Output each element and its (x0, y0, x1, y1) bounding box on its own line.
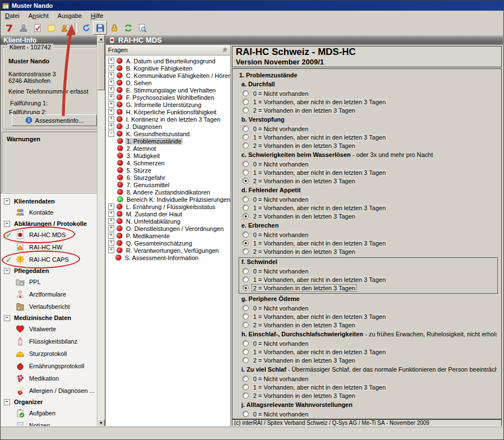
radio-button[interactable] (242, 313, 249, 319)
expand-icon[interactable]: + (108, 233, 114, 239)
option-label[interactable]: 2 = Vorhanden in den letzten 3 Tagen (252, 178, 356, 184)
sidebar-item-aufgaben[interactable]: Aufgaben (1, 407, 105, 419)
radio-button[interactable] (242, 107, 249, 113)
radio-button[interactable] (242, 142, 249, 149)
radio-button[interactable] (242, 126, 249, 132)
option-label[interactable]: 0 = Nicht vorhanden (252, 340, 310, 347)
tree-item-o-dienstleistungen-verordnungen[interactable]: +O. Dienstleistungen / Verordnungen (106, 225, 230, 232)
tree-item-p-medikamente[interactable]: +P. Medikamente (106, 232, 230, 239)
sidebar-scrollbar[interactable]: ▲ ▼ (97, 35, 105, 427)
radio-button[interactable] (242, 161, 249, 167)
sidebar-item-fl-ssigkeitsbilanz[interactable]: Flüssigkeitsbilanz (1, 335, 105, 348)
tree-item-6-sturzgefahr[interactable]: 6. Sturzgefahr (106, 174, 230, 181)
tree-item-b-kognitive-f-higkeiten[interactable]: +B. Kognitive Fähigkeiten (106, 64, 230, 72)
sidebar-item-verlaufsbericht[interactable]: Verlaufsbericht (1, 300, 105, 313)
radio-button[interactable] (242, 268, 249, 274)
tree-item-d-sehen[interactable]: +D. Sehen (106, 79, 230, 86)
tree-item-k-gesundheitszustand[interactable]: −K. Gesundheitszustand (106, 130, 230, 137)
scrollbar-thumb[interactable] (97, 43, 105, 90)
tree-item-j-diagnosen[interactable]: +J. Diagnosen (106, 123, 230, 130)
collapse-icon[interactable]: − (4, 315, 10, 321)
option-label[interactable]: 0 = Nicht vorhanden (252, 268, 310, 275)
tree-item-q-gesamteinsch-tzung[interactable]: +Q. Gesamteinschätzung (106, 239, 230, 247)
sidebar-item-rai-hc-mds[interactable]: ✓RAI-HC MDS (1, 229, 105, 241)
radio-button[interactable] (242, 205, 249, 211)
sidebar-item-kontakte[interactable]: Kontakte (1, 206, 105, 219)
expand-icon[interactable]: + (108, 72, 114, 78)
expand-icon[interactable]: + (108, 94, 114, 100)
toolbar-button-lock[interactable] (107, 21, 121, 35)
radio-button[interactable] (242, 384, 249, 390)
sidebar-section-abkl-rungen-protokolle[interactable]: −Abklärungen / Protokolle (1, 219, 105, 229)
menu-datei[interactable]: Datei (1, 11, 24, 20)
option-label[interactable]: 2 = Vorhanden in den letzten 3 Tagen (252, 357, 356, 364)
expand-icon[interactable]: + (108, 218, 114, 224)
option-label[interactable]: 2 = Vorhanden in den letzten 3 Tagen (252, 285, 356, 291)
expand-icon[interactable]: + (108, 123, 114, 129)
tree-item-g-informelle-unterst-tzung[interactable]: +G. Informelle Unterstützung (106, 101, 230, 108)
expand-icon[interactable]: + (108, 80, 114, 86)
sidebar-item-ppl[interactable]: PPL (1, 276, 105, 288)
radio-button[interactable] (242, 340, 249, 346)
expand-icon[interactable]: + (108, 109, 114, 115)
expand-icon[interactable]: + (108, 87, 114, 93)
tree-item-e-stimmungslage-und-verhalten[interactable]: +E. Stimmungslage und Verhalten (106, 86, 230, 94)
tree-item-2-atemnot[interactable]: 2. Atemnot (106, 145, 230, 152)
toolbar-button-print-preview[interactable] (135, 21, 149, 35)
toolbar-button-exit[interactable] (2, 21, 16, 35)
option-label[interactable]: 2 = Vorhanden in den letzten 3 Tagen (252, 392, 356, 399)
sidebar-item-ern-hrungsprotokoll[interactable]: Ernährungsprotokoll (1, 360, 105, 372)
option-label[interactable]: 0 = Nicht vorhanden (252, 126, 310, 132)
tree-item-m-zustand-der-haut[interactable]: +M. Zustand der Haut (106, 210, 230, 217)
tree-item-f-psychosoziales-wohlbefinden[interactable]: +F. Psychosoziales Wohlbefinden (106, 94, 230, 101)
sidebar-section-medizinische-daten[interactable]: −Medizinische Daten (1, 313, 105, 323)
option-label[interactable]: 0 = Nicht vorhanden (252, 376, 310, 382)
option-label[interactable]: 0 = Nicht vorhanden (252, 161, 310, 168)
radio-button[interactable] (242, 411, 249, 417)
sidebar-item-rai-hc-caps[interactable]: ✓RAI-HC CAPS (1, 253, 105, 266)
radio-button[interactable] (242, 231, 249, 238)
option-label[interactable]: 0 = Nicht vorhanden (252, 231, 310, 238)
sidebar-section-pflegedaten[interactable]: −Pflegedaten (1, 266, 105, 276)
tree-item-h-k-rperliche-funktionsf-higkeit[interactable]: +H. Körperliche Funktionsfähigkeit (106, 108, 230, 115)
tree-item-i-kontinenz-in-den-letzten-3-tagen[interactable]: +I. Kontinenz in den letzten 3 Tagen (106, 115, 230, 123)
radio-button[interactable] (242, 376, 249, 382)
tree-item-s-assessment-information[interactable]: S. Assessment-Information (106, 254, 230, 261)
option-label[interactable]: 2 = Vorhanden in den letzten 3 Tagen (252, 248, 356, 255)
option-label[interactable]: 0 = Nicht vorhanden (252, 196, 310, 203)
expand-icon[interactable]: + (108, 225, 114, 231)
option-label[interactable]: 1 = Vorhanden, aber nicht in den letzten… (252, 240, 387, 247)
expand-icon[interactable]: + (108, 203, 114, 210)
sidebar-item-arztformulare[interactable]: Arztformulare (1, 288, 105, 300)
radio-button[interactable] (242, 99, 249, 105)
collapse-icon[interactable]: − (4, 268, 10, 274)
tree-item-c-kommunikative-f-higkeiten-h-ren[interactable]: +C. Kommunikative Fähigkeiten / Hören (106, 72, 230, 79)
collapse-icon[interactable]: − (4, 198, 10, 205)
toolbar-button-contact[interactable] (58, 21, 72, 35)
option-label[interactable]: 1 = Vorhanden, aber nicht in den letzten… (252, 349, 387, 355)
sidebar-item-vitalwerte[interactable]: Vitalwerte (1, 323, 105, 335)
tree-item-8-andere-zustandsindikatoren[interactable]: 8. Andere Zustandsindikatoren (106, 188, 230, 196)
tree-item-4-schmerzen[interactable]: 4. Schmerzen (106, 159, 230, 166)
radio-button[interactable] (242, 134, 249, 140)
tree-item-n-umfeldabkl-rung[interactable]: +N. Umfeldabklärung (106, 217, 230, 225)
sidebar-item-allergien-diagnosen[interactable]: Allergien / Diagnosen ... (1, 385, 105, 397)
radio-button[interactable] (242, 392, 249, 399)
radio-button[interactable] (242, 285, 249, 291)
sidebar-section-organizer[interactable]: −Organizer (1, 397, 105, 407)
radio-button[interactable] (242, 213, 249, 219)
option-label[interactable]: 1 = Vorhanden, aber nicht in den letzten… (252, 99, 387, 105)
radio-button[interactable] (242, 248, 249, 254)
option-label[interactable]: 1 = Vorhanden, aber nicht in den letzten… (252, 169, 387, 176)
option-label[interactable]: 0 = Nicht vorhanden (252, 305, 310, 312)
tree-item-l-ern-hrung-fl-ssigkeitsstatus[interactable]: +L. Ernährung / Flüssigkeitsstatus (106, 203, 230, 210)
expand-icon[interactable]: + (108, 65, 114, 71)
sidebar-item-sturzprotokoll[interactable]: Sturzprotokoll (1, 348, 105, 360)
toolbar-button-assessment-check[interactable] (30, 21, 44, 35)
tree-item-bereich-k-individuelle-pr-zisierungen[interactable]: Bereich K: Individuelle Präzisierungen (106, 196, 230, 203)
radio-button[interactable] (242, 349, 249, 355)
expand-icon[interactable]: + (108, 247, 114, 253)
option-label[interactable]: 2 = Vorhanden in den letzten 3 Tagen (252, 322, 356, 328)
tree-item-7-genussmittel[interactable]: 7. Genussmittel (106, 181, 230, 188)
radio-button[interactable] (242, 357, 249, 363)
